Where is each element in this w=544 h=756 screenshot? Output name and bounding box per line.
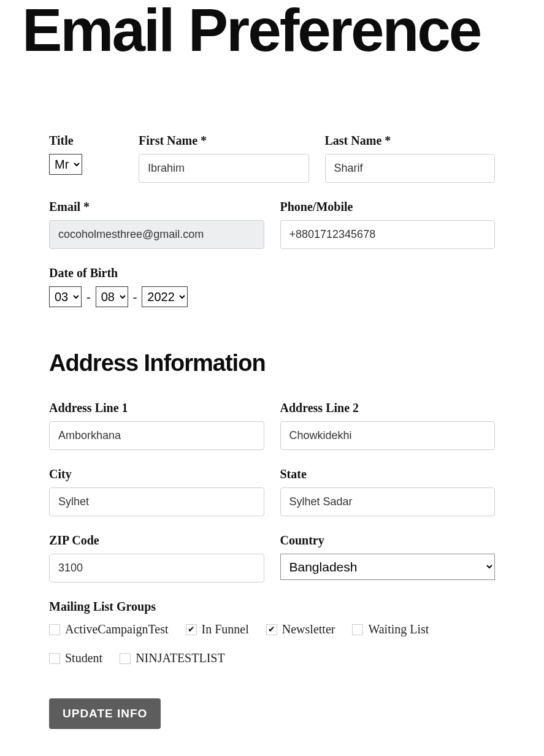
dob-month-select[interactable]: 08 <box>96 286 128 307</box>
mailing-list-label: ActiveCampaignTest <box>65 622 169 636</box>
phone-input[interactable] <box>280 220 496 249</box>
checkbox-icon[interactable] <box>120 653 131 664</box>
mailing-list-label: Newsletter <box>282 622 335 636</box>
country-label: Country <box>280 533 496 548</box>
phone-label: Phone/Mobile <box>280 200 496 214</box>
address2-label: Address Line 2 <box>280 401 496 415</box>
checkbox-icon[interactable] <box>352 624 363 635</box>
last-name-input[interactable] <box>325 154 496 183</box>
mailing-list-item[interactable]: Waiting List <box>352 622 429 636</box>
address2-input[interactable] <box>280 421 496 450</box>
mailing-list-label: Waiting List <box>368 622 429 636</box>
title-label: Title <box>49 134 123 148</box>
address1-input[interactable] <box>49 421 264 450</box>
dob-separator: - <box>133 290 137 304</box>
mailing-list-item[interactable]: Newsletter <box>266 622 335 636</box>
state-input[interactable] <box>280 487 496 516</box>
checkbox-icon[interactable] <box>266 624 277 635</box>
title-select[interactable]: Mr <box>49 154 82 175</box>
country-select[interactable]: Bangladesh <box>280 554 496 580</box>
dob-label: Date of Birth <box>49 266 495 280</box>
address1-label: Address Line 1 <box>49 401 264 415</box>
mailing-list-item[interactable]: NINJATESTLIST <box>120 651 225 665</box>
city-label: City <box>49 467 264 481</box>
email-input <box>49 220 264 249</box>
mailing-list-item[interactable]: In Funnel <box>186 622 249 636</box>
mailing-lists-label: Mailing List Groups <box>49 600 495 614</box>
first-name-label: First Name * <box>139 134 309 148</box>
dob-separator: - <box>86 290 91 304</box>
checkbox-icon[interactable] <box>49 653 60 664</box>
state-label: State <box>280 467 496 481</box>
checkbox-icon[interactable] <box>186 624 197 635</box>
address-section-title: Address Information <box>49 350 495 376</box>
page-title: Email Preference <box>22 0 544 60</box>
checkbox-icon[interactable] <box>49 624 60 635</box>
dob-year-select[interactable]: 2022 <box>142 286 188 307</box>
first-name-input[interactable] <box>139 154 309 183</box>
mailing-list-item[interactable]: Student <box>49 651 102 665</box>
mailing-list-label: Student <box>65 651 102 665</box>
last-name-label: Last Name * <box>325 134 496 148</box>
city-input[interactable] <box>49 487 264 516</box>
dob-day-select[interactable]: 03 <box>49 286 82 307</box>
zip-input[interactable] <box>49 554 264 582</box>
update-info-button[interactable]: UPDATE INFO <box>49 698 161 729</box>
mailing-list-item[interactable]: ActiveCampaignTest <box>49 622 169 636</box>
zip-label: ZIP Code <box>49 533 264 548</box>
mailing-list-label: NINJATESTLIST <box>136 651 225 665</box>
mailing-list-group: ActiveCampaignTestIn FunnelNewsletterWai… <box>49 622 495 665</box>
email-label: Email * <box>49 200 264 214</box>
mailing-list-label: In Funnel <box>202 622 249 636</box>
